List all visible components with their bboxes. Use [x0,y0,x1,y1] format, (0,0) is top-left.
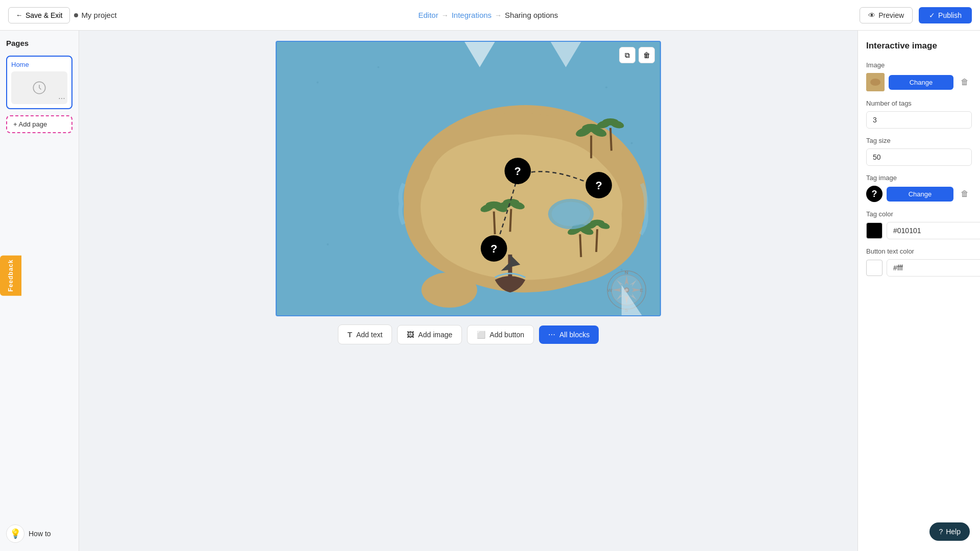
bottom-toolbar: T Add text 🖼 Add image ⬜ Add button ⋯ Al… [338,324,599,344]
num-tags-section: Number of tags [866,99,972,129]
svg-text:?: ? [491,242,497,255]
image-section: Image Change 🗑 [866,61,972,91]
topbar-left: Save & Exit My project [8,7,117,23]
delete-canvas-button[interactable]: 🗑 [639,47,655,63]
btn-text-color-row [866,259,972,277]
main-layout: Feedback Pages Home ··· + Add page 💡 How… [0,31,980,551]
change-tag-image-button[interactable]: Change [887,187,953,202]
preview-button[interactable]: 👁 Preview [860,7,913,23]
canvas-toolbar: ⧉ 🗑 [619,47,655,63]
delete-image-button[interactable]: 🗑 [958,75,972,89]
tag-size-label: Tag size [866,137,972,144]
tag-image-label: Tag image [866,174,972,182]
publish-button[interactable]: ✓ Publish [919,7,972,23]
btn-text-color-swatch[interactable] [866,260,883,276]
panel-title: Interactive image [866,41,972,51]
treasure-map: N S E W ? [277,42,660,315]
canvas-area: ⧉ 🗑 [79,31,857,551]
pages-title: Pages [6,39,72,47]
right-panel: Interactive image Image Change 🗑 Number … [857,31,980,551]
svg-point-3 [377,66,379,68]
how-to-section[interactable]: 💡 How to [6,524,72,543]
nav-integrations[interactable]: Integrations [452,11,492,19]
btn-text-color-label: Button text color [866,247,972,255]
svg-line-26 [580,234,581,257]
blocks-icon: ⋯ [548,331,555,339]
page-card-label: Home [11,61,67,68]
nav-arrow-2: → [495,11,502,19]
svg-point-2 [316,81,318,83]
feedback-tab[interactable]: Feedback [0,255,21,295]
svg-point-5 [631,142,633,144]
tag-image-section: Tag image ? Change 🗑 [866,174,972,202]
add-page-button[interactable]: + Add page [6,115,72,133]
svg-point-7 [621,269,623,271]
topbar-nav: Editor → Integrations → Sharing options [419,11,558,19]
svg-text:E: E [640,287,643,293]
svg-line-30 [596,229,597,252]
page-card-home[interactable]: Home ··· [6,56,72,109]
help-button[interactable]: ? Help [929,522,970,541]
save-exit-button[interactable]: Save & Exit [8,7,70,23]
tag-color-section: Tag color [866,210,972,239]
nav-editor[interactable]: Editor [419,11,438,19]
svg-point-9 [422,272,477,308]
svg-text:?: ? [514,165,521,178]
svg-text:?: ? [595,179,602,192]
check-icon: ✓ [929,11,935,19]
num-tags-label: Number of tags [866,99,972,107]
add-button-button[interactable]: ⬜ Add button [467,325,534,344]
copy-canvas-button[interactable]: ⧉ [619,47,635,63]
image-icon: 🖼 [407,331,414,339]
topbar-right: 👁 Preview ✓ Publish [860,7,972,23]
add-text-button[interactable]: T Add text [338,324,393,344]
dot-icon [74,13,78,17]
tag-color-label: Tag color [866,210,972,218]
svg-point-4 [605,86,607,88]
project-name: My project [74,11,116,19]
tag-color-input[interactable] [887,222,980,239]
tag-size-input[interactable] [866,148,972,166]
button-icon: ⬜ [477,331,485,339]
topbar: Save & Exit My project Editor → Integrat… [0,0,980,31]
svg-line-18 [494,212,495,235]
how-to-label: How to [29,530,51,538]
change-image-button[interactable]: Change [889,75,953,90]
image-row: Change 🗑 [866,73,972,91]
eye-icon: 👁 [868,11,875,19]
svg-line-14 [610,128,611,151]
tag-image-row: ? Change 🗑 [866,186,972,202]
btn-text-color-input[interactable] [887,259,980,277]
svg-point-63 [870,79,880,86]
nav-sharing-options[interactable]: Sharing options [505,11,558,19]
help-icon: ? [939,528,943,536]
btn-text-color-section: Button text color [866,247,972,277]
delete-tag-image-button[interactable]: 🗑 [958,187,972,201]
svg-point-35 [552,202,590,227]
page-card-menu-icon[interactable]: ··· [56,93,67,104]
num-tags-input[interactable] [866,111,972,129]
svg-point-6 [327,243,329,245]
tag-image-preview: ? [866,186,883,202]
nav-arrow-1: → [442,11,449,19]
all-blocks-button[interactable]: ⋯ All blocks [539,325,599,344]
tag-color-row [866,222,972,239]
svg-text:W: W [607,287,612,293]
tag-color-swatch[interactable] [866,222,883,239]
how-to-icon: 💡 [6,524,24,543]
add-image-button[interactable]: 🖼 Add image [397,325,462,344]
svg-text:N: N [625,269,628,275]
tag-size-section: Tag size [866,137,972,166]
image-label: Image [866,61,972,69]
image-thumbnail [866,73,885,91]
canvas-wrapper[interactable]: ⧉ 🗑 [276,41,661,316]
text-icon: T [348,330,352,339]
svg-line-22 [510,209,511,232]
